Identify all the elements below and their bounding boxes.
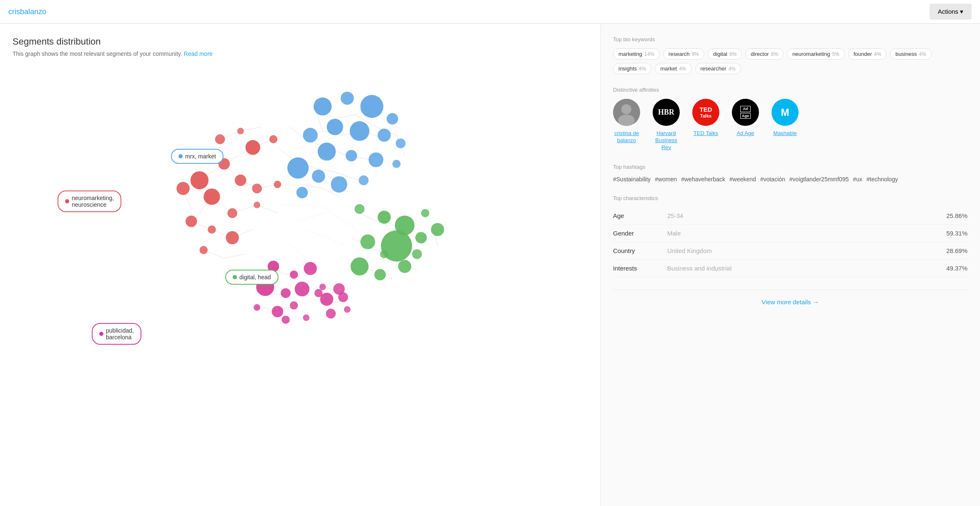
svg-point-80 <box>208 225 216 234</box>
affinity-name[interactable]: TED Talks <box>694 130 718 137</box>
keyword-pct: 4% <box>919 51 926 57</box>
svg-point-90 <box>360 95 383 118</box>
top-bar: crisbalanzo Actions ▾ <box>0 0 980 24</box>
affinity-item-cristina[interactable]: cristina debalanzo <box>613 99 640 151</box>
keyword-label: founder <box>854 51 872 57</box>
characteristic-row: Age 25-34 25.86% <box>613 207 967 225</box>
svg-point-82 <box>215 134 225 144</box>
svg-point-122 <box>256 278 274 296</box>
svg-point-96 <box>303 128 317 143</box>
char-value: Business and industrial <box>667 265 946 272</box>
keyword-pct: 5% <box>832 51 839 57</box>
keyword-tag: director6% <box>745 48 784 60</box>
svg-point-101 <box>287 157 309 178</box>
keyword-pct: 14% <box>644 51 654 57</box>
svg-line-66 <box>294 213 327 221</box>
svg-point-106 <box>378 210 391 223</box>
left-panel: Segments distribution This graph shows t… <box>0 24 601 506</box>
svg-point-121 <box>304 262 317 275</box>
affinity-name[interactable]: HarvardBusinessRev <box>655 130 677 151</box>
actions-button[interactable]: Actions ▾ <box>930 4 972 20</box>
svg-point-81 <box>226 231 239 244</box>
main-layout: Segments distribution This graph shows t… <box>0 24 980 506</box>
read-more-link[interactable]: Read more <box>184 50 213 57</box>
affinity-item-hbr[interactable]: HBRHarvardBusinessRev <box>653 99 680 151</box>
char-label: Gender <box>613 230 667 237</box>
svg-point-83 <box>237 128 244 135</box>
affinity-item-adage[interactable]: AdAgeAd Age <box>732 99 759 151</box>
hashtag-item: #women <box>655 176 677 183</box>
char-pct: 25.86% <box>946 212 967 219</box>
svg-point-128 <box>290 301 298 310</box>
svg-point-136 <box>326 309 336 319</box>
svg-point-76 <box>204 188 220 205</box>
hashtag-item: #wehaveherback <box>681 176 725 183</box>
svg-point-89 <box>341 92 354 105</box>
svg-point-84 <box>199 246 208 254</box>
affinities-wrap: cristina debalanzoHBRHarvardBusinessRevT… <box>613 99 967 151</box>
characteristic-row: Gender Male 59.31% <box>613 225 967 242</box>
svg-point-108 <box>415 232 427 244</box>
affinity-item-mashable[interactable]: MMashable <box>771 99 799 151</box>
affinity-name[interactable]: cristina debalanzo <box>614 130 639 144</box>
svg-point-104 <box>359 175 369 185</box>
keyword-pct: 4% <box>639 66 646 72</box>
svg-point-113 <box>398 260 411 273</box>
keyword-tag: researcher4% <box>695 63 741 74</box>
svg-point-138 <box>621 104 631 114</box>
svg-point-79 <box>186 215 197 227</box>
svg-point-112 <box>380 250 388 258</box>
svg-point-120 <box>290 271 298 279</box>
svg-point-139 <box>618 115 635 126</box>
svg-point-118 <box>431 223 444 236</box>
hashtags-title: Top hashtags <box>613 164 967 170</box>
keyword-tag: founder4% <box>848 48 887 60</box>
svg-point-105 <box>297 187 308 198</box>
char-label: Age <box>613 212 667 219</box>
keywords-wrap: marketing14%research9%digital6%director6… <box>613 48 967 74</box>
svg-point-77 <box>227 208 237 218</box>
svg-point-98 <box>346 150 357 162</box>
keyword-tag: research9% <box>663 48 704 60</box>
keyword-label: research <box>668 51 690 57</box>
view-more-link[interactable]: View more details → <box>761 298 819 306</box>
segments-desc: This graph shows the most relevant segme… <box>13 50 588 57</box>
svg-point-126 <box>254 304 260 311</box>
keyword-label: marketing <box>618 51 642 57</box>
svg-point-110 <box>412 249 422 259</box>
svg-line-39 <box>277 148 294 160</box>
characteristic-row: Country United Kingdom 28.69% <box>613 242 967 260</box>
affinity-name[interactable]: Ad Age <box>737 130 754 137</box>
keyword-pct: 6% <box>729 51 736 57</box>
affinity-avatar <box>613 99 640 126</box>
username-link[interactable]: crisbalanzo <box>8 8 46 16</box>
keyword-label: business <box>895 51 917 57</box>
svg-point-102 <box>312 170 325 183</box>
keyword-label: director <box>751 51 769 57</box>
keyword-label: digital <box>713 51 727 57</box>
char-pct: 28.69% <box>946 247 967 254</box>
char-value: United Kingdom <box>667 247 946 254</box>
svg-point-131 <box>248 272 258 282</box>
affinities-section: Distinctive affinities cristina debalanz… <box>613 87 967 151</box>
view-more-wrap: View more details → <box>613 290 967 314</box>
svg-point-97 <box>318 143 336 160</box>
svg-point-87 <box>252 183 262 193</box>
svg-point-103 <box>331 176 347 193</box>
hashtag-item: #ux <box>853 176 862 183</box>
keyword-pct: 4% <box>729 66 736 72</box>
svg-point-137 <box>344 306 351 313</box>
svg-point-99 <box>369 153 383 167</box>
affinity-item-ted[interactable]: TEDTalksTED Talks <box>692 99 719 151</box>
affinity-name[interactable]: Mashable <box>773 130 797 137</box>
svg-line-67 <box>314 201 355 230</box>
svg-point-91 <box>387 113 398 125</box>
keyword-pct: 4% <box>874 51 881 57</box>
svg-point-86 <box>274 181 281 188</box>
hashtag-item: #Sustainability <box>613 176 651 183</box>
affinity-avatar: HBR <box>653 99 680 126</box>
svg-line-14 <box>224 254 244 258</box>
svg-point-71 <box>191 171 209 189</box>
char-label: Country <box>613 247 667 254</box>
network-graph: mrx, market neuromarketing,neuroscience … <box>13 65 588 324</box>
